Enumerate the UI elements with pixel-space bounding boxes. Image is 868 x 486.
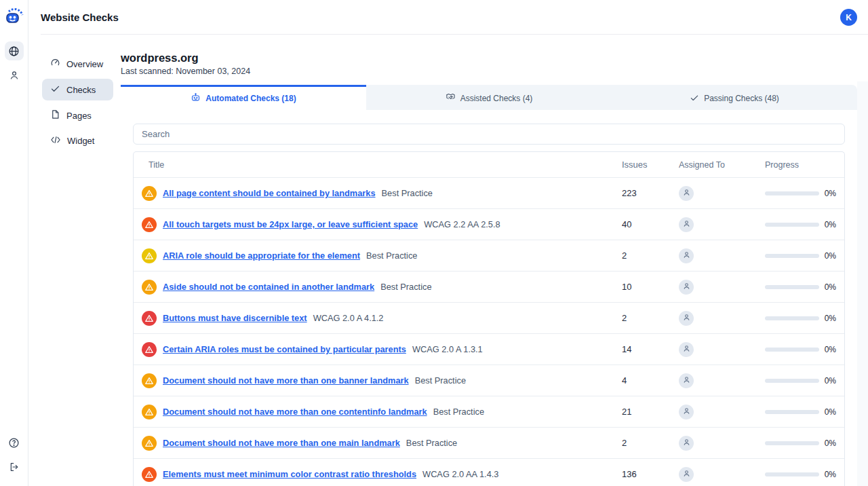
progress-bar [765,472,819,476]
table-row: ARIA role should be appropriate for the … [134,240,844,271]
check-title-cell: Document should not have more than one b… [134,373,622,388]
assign-user-button[interactable] [679,405,694,419]
severity-warning-icon [142,186,157,201]
progress-cell: 0% [765,282,844,292]
severity-warning-icon [142,311,157,326]
check-standard: WCAG 2.0 A 1.3.1 [412,344,483,354]
assigned-cell [679,405,765,419]
assigned-cell [679,342,765,357]
progress-cell: 0% [765,314,844,323]
table-row: Elements must meet minimum color contras… [134,458,844,486]
table-body: All page content should be contained by … [134,177,844,486]
assign-user-button[interactable] [679,248,694,263]
robot-icon [191,92,201,105]
gauge-icon [50,58,60,70]
assign-user-button[interactable] [679,217,694,232]
progress-percent: 0% [825,345,836,354]
page-title: Website Checks [41,12,119,23]
sidebar-item-checks[interactable]: Checks [42,79,113,100]
check-link[interactable]: Document should not have more than one m… [163,438,400,448]
progress-bar [765,191,819,195]
assign-user-button[interactable] [679,436,694,451]
check-title-cell: Elements must meet minimum color contras… [134,467,622,482]
sidebar-item-overview[interactable]: Overview [42,53,113,75]
issues-count: 2 [622,313,679,323]
globe-nav-button[interactable] [5,41,24,60]
icon-rail [0,0,28,486]
code-icon [50,135,61,147]
issues-count: 223 [622,188,679,198]
check-title-cell: All page content should be contained by … [134,186,622,201]
assigned-cell [679,436,765,451]
assigned-cell [679,311,765,326]
assign-user-button[interactable] [679,467,694,482]
tab-label: Automated Checks (18) [205,94,296,103]
search-input[interactable] [133,124,845,145]
table-row: Aside should not be contained in another… [134,271,844,302]
severity-warning-icon [142,373,157,388]
issues-count: 2 [622,438,679,448]
check-title-cell: Document should not have more than one m… [134,436,622,451]
tab-assisted-checks[interactable]: Assisted Checks (4) [366,85,612,110]
tab-passing-checks[interactable]: Passing Checks (48) [612,85,857,110]
progress-percent: 0% [825,314,836,323]
sidebar-item-widget[interactable]: Widget [42,130,113,151]
progress-bar [765,316,819,320]
progress-bar [765,254,819,258]
progress-percent: 0% [825,220,836,229]
issues-count: 40 [622,219,679,229]
help-button[interactable] [5,433,24,452]
check-link[interactable]: Document should not have more than one b… [163,375,409,386]
check-link[interactable]: Document should not have more than one c… [163,407,427,417]
sidebar-item-label: Widget [67,136,94,146]
table-row: Buttons must have discernible text WCAG … [134,302,844,333]
check-link[interactable]: All page content should be contained by … [163,188,376,198]
logout-icon [9,462,20,472]
progress-bar [765,223,819,227]
robot-logo-icon[interactable] [4,6,24,26]
progress-percent: 0% [825,282,836,292]
check-link[interactable]: All touch targets must be 24px large, or… [163,219,418,229]
check-link[interactable]: Certain ARIA roles must be contained by … [163,344,406,354]
user-avatar[interactable]: K [840,9,857,26]
tab-automated-checks[interactable]: Automated Checks (18) [121,85,366,110]
handshake-icon [446,92,456,105]
progress-bar [765,285,819,289]
assign-user-button[interactable] [679,186,694,201]
issues-count: 4 [622,375,679,386]
check-link[interactable]: Buttons must have discernible text [163,313,307,323]
tab-label: Assisted Checks (4) [460,94,533,103]
check-title-cell: Aside should not be contained in another… [134,280,622,295]
table-row: Document should not have more than one b… [134,364,844,396]
person-icon [682,281,691,293]
assign-user-button[interactable] [679,342,694,357]
person-icon [682,406,691,418]
person-icon [682,437,691,449]
content-area: wordpress.org Last scanned: November 03,… [120,35,868,486]
issues-count: 14 [622,344,679,354]
check-title-cell: All touch targets must be 24px large, or… [134,217,622,232]
app-root: Website Checks K Overview [0,0,868,486]
column-header-progress: Progress [765,160,844,170]
sidebar-item-label: Checks [66,85,96,95]
logout-button[interactable] [5,457,24,476]
progress-cell: 0% [765,407,844,417]
issues-count: 10 [622,282,679,292]
person-icon [682,343,691,356]
check-link[interactable]: Aside should not be contained in another… [163,282,374,292]
check-standard: Best Practice [433,407,484,417]
check-icon [690,93,699,105]
check-link[interactable]: Elements must meet minimum color contras… [163,469,416,479]
check-standard: Best Practice [380,282,431,292]
last-scanned: Last scanned: November 03, 2024 [121,67,857,76]
progress-bar [765,441,819,445]
assign-user-button[interactable] [679,280,694,295]
assign-user-button[interactable] [679,311,694,326]
check-link[interactable]: ARIA role should be appropriate for the … [163,250,360,261]
help-icon [8,437,20,449]
assign-user-button[interactable] [679,373,694,388]
tab-label: Passing Checks (48) [704,94,779,103]
person-icon [682,468,691,481]
account-nav-button[interactable] [5,66,24,85]
sidebar-item-pages[interactable]: Pages [42,105,113,126]
